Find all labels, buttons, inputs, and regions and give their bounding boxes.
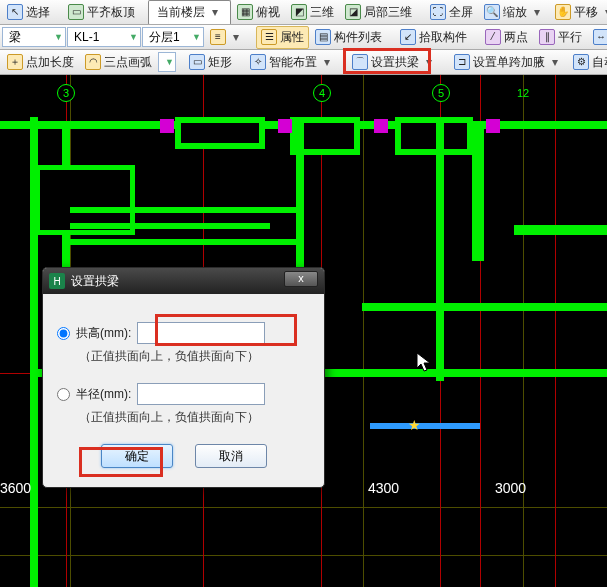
- layer-select[interactable]: 分层1▼: [142, 27, 204, 47]
- single-span-button[interactable]: ⊐设置单跨加腋▾: [449, 51, 567, 74]
- beam: [70, 223, 270, 229]
- picker-icon: ↙: [400, 29, 416, 45]
- floor-tab[interactable]: 当前楼层▾: [148, 0, 231, 25]
- mouse-cursor: [416, 352, 434, 374]
- line-icon: ⁄: [485, 29, 501, 45]
- tool-row-3: ＋点加长度 ◠三点画弧 ▼ ▭矩形 ✧智能布置▾ ⌒设置拱梁▾ ⊐设置单跨加腋▾…: [0, 50, 607, 75]
- align-top-button[interactable]: ▭平齐板顶: [63, 1, 140, 24]
- close-button[interactable]: x: [284, 271, 318, 287]
- plus-icon: ＋: [7, 54, 23, 70]
- arc-3pt-button[interactable]: ◠三点画弧: [80, 51, 157, 74]
- single-span-label: 设置单跨加腋: [473, 54, 545, 71]
- arch-note: （正值拱面向上，负值拱面向下）: [79, 348, 310, 365]
- parallel-button[interactable]: ∥平行: [534, 26, 587, 49]
- dialog-footer: 确定 取消: [57, 444, 310, 468]
- radius-note: （正值拱面向上，负值拱面向下）: [79, 409, 310, 426]
- beam: [64, 239, 304, 245]
- chevron-down-icon: ▾: [530, 5, 544, 19]
- node: [160, 119, 174, 133]
- node: [278, 119, 292, 133]
- grid-icon: ▤: [315, 29, 331, 45]
- selected-beam: [370, 423, 480, 429]
- pick-button[interactable]: ↙拾取构件: [395, 26, 472, 49]
- axis-bubble: 3: [57, 84, 75, 102]
- radius-row: 半径(mm):: [57, 383, 310, 405]
- layer-dd[interactable]: ≡▾: [205, 26, 248, 48]
- dialog-title: 设置拱梁: [71, 273, 119, 290]
- zoom-label: 缩放: [503, 4, 527, 21]
- set-arch-label: 设置拱梁: [371, 54, 419, 71]
- zoom-button[interactable]: 🔍缩放▾: [479, 1, 549, 24]
- twopoint-label: 两点: [504, 29, 528, 46]
- grid-line: [0, 507, 607, 508]
- floor-tab-label: 当前楼层: [157, 4, 205, 21]
- chevron-down-icon: ▾: [320, 55, 334, 69]
- pick-label: 拾取构件: [419, 29, 467, 46]
- node: [374, 119, 388, 133]
- chevron-down-icon: ▼: [54, 32, 63, 42]
- grid-line: [523, 75, 524, 587]
- cube-icon: ◩: [291, 4, 307, 20]
- fullscreen-label: 全屏: [449, 4, 473, 21]
- auto-gen-button[interactable]: ⚙自动生成: [568, 51, 607, 74]
- auto-gen-label: 自动生成: [592, 54, 607, 71]
- node: [486, 119, 500, 133]
- dimension: 4300: [368, 480, 399, 496]
- star-icon: ★: [408, 417, 421, 433]
- select3-value: 分层1: [149, 29, 180, 46]
- cancel-button[interactable]: 取消: [195, 444, 267, 468]
- arch-height-input[interactable]: [137, 322, 265, 344]
- axis-line: [555, 75, 556, 587]
- top-toolbar: ↖选择 ▭平齐板顶 当前楼层▾ ▦俯视 ◩三维 ◪局部三维 ⛶全屏 🔍缩放▾ ✋…: [0, 0, 607, 25]
- add-length-button[interactable]: ＋点加长度: [2, 51, 79, 74]
- sparkle-icon: ✧: [250, 54, 266, 70]
- axis-bubble: 5: [432, 84, 450, 102]
- span-icon: ⊐: [454, 54, 470, 70]
- radius-label: 半径(mm):: [76, 386, 131, 403]
- arc-label: 三点画弧: [104, 54, 152, 71]
- select2-value: KL-1: [74, 30, 99, 44]
- grid-line: [363, 75, 364, 587]
- arch-height-label: 拱高(mm):: [76, 325, 131, 342]
- component-select[interactable]: 梁▼: [2, 27, 66, 47]
- fullscreen-button[interactable]: ⛶全屏: [425, 1, 478, 24]
- twopoint-button[interactable]: ⁄两点: [480, 26, 533, 49]
- opening: [175, 117, 265, 149]
- arc-dd[interactable]: ▼: [158, 52, 176, 72]
- properties-button[interactable]: ☰属性: [256, 26, 309, 49]
- select1-value: 梁: [9, 29, 21, 46]
- chevron-down-icon: ▾: [208, 5, 222, 19]
- zoom-icon: 🔍: [484, 4, 500, 20]
- add-length-label: 点加长度: [26, 54, 74, 71]
- ok-button[interactable]: 确定: [101, 444, 173, 468]
- rect-icon: ▭: [189, 54, 205, 70]
- topview-icon: ▦: [237, 4, 253, 20]
- length-label-button[interactable]: ↔长度标注: [588, 26, 607, 49]
- beam: [70, 207, 302, 213]
- align-icon: ▭: [68, 4, 84, 20]
- smart-layout-button[interactable]: ✧智能布置▾: [245, 51, 339, 74]
- top-view-button[interactable]: ▦俯视: [232, 1, 285, 24]
- 3d-button[interactable]: ◩三维: [286, 1, 339, 24]
- parallel-icon: ∥: [539, 29, 555, 45]
- chevron-down-icon: ▼: [129, 32, 138, 42]
- dialog-body: 拱高(mm): （正值拱面向上，负值拱面向下） 半径(mm): （正值拱面向上，…: [43, 294, 324, 478]
- parallel-label: 平行: [558, 29, 582, 46]
- grid-line: [0, 555, 607, 556]
- select-tool[interactable]: ↖选择: [2, 1, 55, 24]
- set-arch-button[interactable]: ⌒设置拱梁▾: [347, 51, 441, 74]
- component-list-label: 构件列表: [334, 29, 382, 46]
- pan-button[interactable]: ✋平移▾: [550, 1, 607, 24]
- dialog-titlebar[interactable]: H 设置拱梁 x: [43, 268, 324, 294]
- radius-input[interactable]: [137, 383, 265, 405]
- beam: [362, 303, 607, 311]
- mid-toolbar: 梁▼ KL-1▼ 分层1▼ ≡▾ ☰属性 ▤构件列表 ↙拾取构件 ⁄两点 ∥平行…: [0, 25, 607, 50]
- arch-height-radio[interactable]: [57, 327, 70, 340]
- rect-button[interactable]: ▭矩形: [184, 51, 237, 74]
- member-select[interactable]: KL-1▼: [67, 27, 141, 47]
- local-icon: ◪: [345, 4, 361, 20]
- radius-radio[interactable]: [57, 388, 70, 401]
- local-3d-button[interactable]: ◪局部三维: [340, 1, 417, 24]
- chevron-down-icon: ▾: [229, 30, 243, 44]
- component-list-button[interactable]: ▤构件列表: [310, 26, 387, 49]
